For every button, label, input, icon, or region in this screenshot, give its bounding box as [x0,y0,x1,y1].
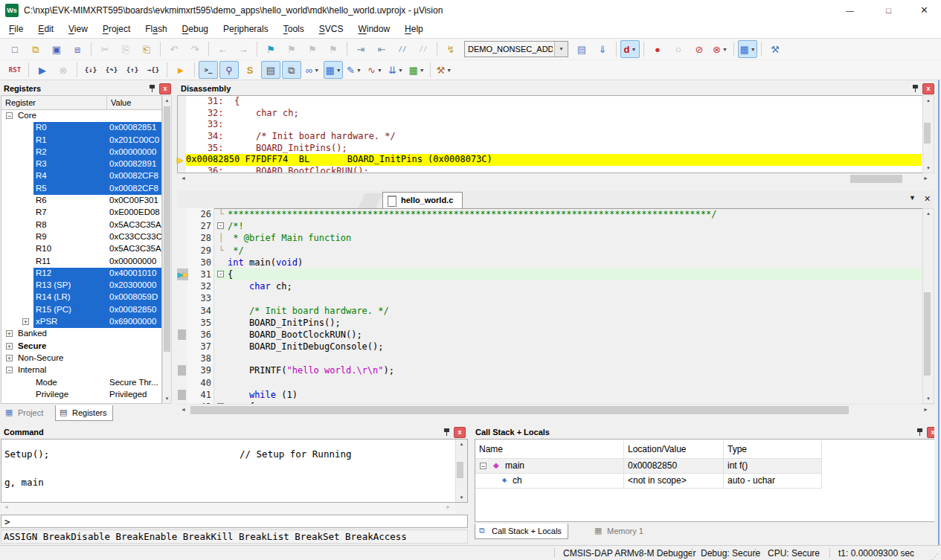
copy-button[interactable]: ⎘ [116,40,135,58]
callstack-table[interactable]: NameLocation/ValueType−◆main0x00082850in… [475,439,936,522]
menu-tools[interactable]: Tools [276,21,312,38]
serial-window-button[interactable]: ✎▼ [344,61,364,79]
disassembly-lines[interactable]: 31: { 32: char ch; 33: 34: /* Init board… [186,96,922,173]
registers-pin-icon[interactable] [149,85,155,93]
serial-window-dropdown-icon[interactable]: ▼ [356,68,362,73]
code-line-39[interactable]: 39 PRINTF("hello world.\r\n"); [177,364,922,376]
scroll-down-icon[interactable]: ▼ [456,495,467,500]
disassembly-current-line[interactable]: 0x00082850 F7FDFF74 BL BOARD_InitPins (0… [186,154,922,166]
disassembly-line[interactable]: 36: BOARD_BootClockRUN(); [186,166,922,173]
window-layout-dropdown-icon[interactable]: ▼ [751,47,756,52]
register-row-r9[interactable]: R90xC33CC33C [1,231,161,243]
scroll-down-icon[interactable]: ▼ [163,396,171,401]
cut-button[interactable]: ✂ [95,40,115,58]
register-row-r11[interactable]: R110x00000000 [1,256,161,268]
trace-window-dropdown-icon[interactable]: ▼ [398,68,403,73]
disassembly-line[interactable]: 31: { [186,96,922,108]
horizontal-splitter[interactable] [177,185,941,190]
code-line-30[interactable]: 30int main(void) [177,257,922,268]
menu-svcs[interactable]: SVCS [312,21,351,38]
debug-session-button[interactable]: d▼ [620,40,640,58]
memory-window-button[interactable]: ▦▼ [324,61,343,79]
command-pin-icon[interactable] [443,428,450,437]
callstack-row-main[interactable]: −◆main0x00082850int f() [475,459,822,474]
code-line-28[interactable]: 28│ * @brief Main function [177,232,922,244]
analysis-window-button[interactable]: ∿▼ [365,61,385,79]
system-viewer-button[interactable]: ▦▼ [407,61,426,79]
callstack-pin-icon[interactable] [916,428,923,437]
navigate-back-button[interactable]: ← [213,40,232,58]
register-row-r4[interactable]: R40x00082CF8 [1,170,161,182]
options-for-target-button[interactable]: ▤ [572,40,591,58]
minimize-button[interactable]: — [833,0,867,21]
register-row-core[interactable]: −Core [1,110,161,122]
command-window-button[interactable]: >_ [199,61,218,79]
scroll-left-icon[interactable]: ◄ [181,407,186,412]
tab-call-stack-locals[interactable]: ⧉ Call Stack + Locals [475,524,568,539]
comment-selection-button[interactable]: // [393,40,412,58]
register-row-r7[interactable]: R70xE000ED08 [1,207,161,219]
symbol-window-button[interactable]: S [240,61,260,79]
expand-icon[interactable]: + [6,355,13,361]
scroll-thumb[interactable] [164,106,170,352]
register-row-r14-lr[interactable]: R14 (LR)0x0008059D [1,292,161,303]
menu-help[interactable]: Help [397,21,431,38]
expand-icon[interactable]: + [6,330,13,337]
target-select-arrow-icon[interactable]: ▼ [554,42,568,57]
tab-list-chevron-icon[interactable]: ▼ [909,194,916,202]
register-row-banked[interactable]: +Banked [1,328,161,340]
clear-bookmarks-button[interactable]: ⚑ [324,40,343,58]
register-row-r6[interactable]: R60x0C00F301 [1,195,161,207]
register-row-r3[interactable]: R30x00082891 [1,158,161,170]
analysis-window-dropdown-icon[interactable]: ▼ [377,68,382,73]
code-editor[interactable]: 26└*************************************… [177,208,922,404]
previous-bookmark-button[interactable]: ⚑ [282,40,301,58]
menu-flash[interactable]: Flash [138,21,174,38]
new-file-button[interactable]: □ [5,40,25,58]
uncomment-selection-button[interactable]: // [414,40,433,58]
expand-icon[interactable]: + [22,318,29,325]
command-output[interactable]: Setup();// Setup for Runningg, main [1,439,468,503]
code-line-41[interactable]: 41 while (1) [177,389,922,401]
command-vscrollbar[interactable]: ▲ ▼ [455,440,467,502]
scroll-down-icon[interactable]: ▼ [923,396,934,401]
register-row-r1[interactable]: R10x201C00C0 [1,135,161,147]
collapse-icon[interactable]: − [6,367,13,373]
toolbox-button[interactable]: ⚒▼ [434,61,454,79]
scroll-left-icon[interactable]: ◄ [4,504,9,509]
insert-breakpoint-button[interactable]: ● [648,40,667,58]
scroll-thumb[interactable] [457,462,463,478]
toolbox-dropdown-icon[interactable]: ▼ [446,68,452,73]
run-button[interactable]: ▶ [33,61,52,79]
open-folder-button[interactable]: ⧉ [26,40,45,58]
code-line-34[interactable]: 34 /* Init board hardware. */ [177,305,922,317]
scroll-up-icon[interactable]: ▲ [456,442,467,446]
scroll-right-icon[interactable]: ► [923,407,928,412]
disassembly-line[interactable]: 32: char ch; [186,108,922,120]
register-row-privilege[interactable]: PrivilegePrivileged [1,389,161,401]
scroll-thumb[interactable] [190,406,849,414]
menu-peripherals[interactable]: Peripherals [216,21,276,38]
close-button[interactable]: ✕ [908,0,941,21]
collapse-icon[interactable]: − [480,463,486,469]
window-layout-button[interactable]: ▦▼ [738,40,757,58]
scroll-up-icon[interactable]: ▲ [163,98,171,103]
scroll-thumb[interactable] [924,123,931,144]
register-row-r8[interactable]: R80x5AC3C35A [1,219,161,231]
code-line-27[interactable]: 27-/*! [177,220,922,232]
menu-view[interactable]: View [61,21,95,38]
watch-window-button[interactable]: ∞▼ [303,61,322,79]
disable-all-breakpoints-dropdown-icon[interactable]: ▼ [722,47,728,52]
menu-project[interactable]: Project [95,21,138,38]
register-row-r13-sp[interactable]: R13 (SP)0x20300000 [1,280,161,292]
manage-rte-button[interactable]: ⇓ [593,40,612,58]
code-line-37[interactable]: 37 BOARD_InitDebugConsole(); [177,341,922,353]
code-line-33[interactable]: 33 [177,292,922,304]
undo-button[interactable]: ↶ [164,40,184,58]
register-row-mode[interactable]: ModeSecure Thr... [1,377,161,389]
register-row-r10[interactable]: R100x5AC3C35A [1,243,161,255]
code-line-40[interactable]: 40 [177,377,922,389]
trace-window-button[interactable]: ⇊▼ [386,61,405,79]
paste-button[interactable]: ⎗ [137,40,156,58]
expand-icon[interactable]: + [6,343,13,350]
